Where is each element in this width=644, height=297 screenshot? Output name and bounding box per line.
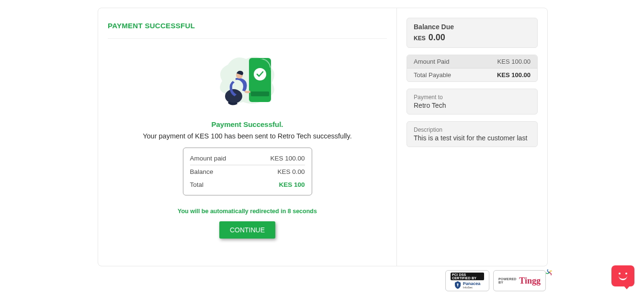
summary-total-value: KES 100	[279, 181, 305, 188]
success-illustration	[212, 47, 283, 112]
balance-due-box: Balance Due KES 0.00	[407, 18, 538, 48]
summary-row-total: Total KES 100	[190, 178, 305, 191]
amount-paid-value: KES 100.00	[497, 58, 531, 65]
summary-row-amount-paid: Amount paid KES 100.00	[190, 152, 305, 165]
pci-sub: InfoSec	[463, 286, 481, 289]
success-subheading: Payment Successful.	[211, 120, 283, 128]
shield-icon	[454, 281, 461, 289]
amount-paid-label: Amount Paid	[414, 58, 449, 65]
payment-to-box: Payment to Retro Tech	[407, 89, 538, 114]
pci-badge: PCI DSS CERTIFIED BY Panacea InfoSec	[445, 270, 489, 291]
summary-amount-paid-value: KES 100.00	[270, 155, 305, 162]
page-title: PAYMENT SUCCESSFUL	[108, 22, 387, 39]
continue-button[interactable]: CONTINUE	[219, 221, 275, 239]
tingg-badge: POWERED BY Tingg	[493, 270, 546, 291]
payment-to-value: Retro Tech	[414, 102, 531, 109]
balance-due-amount: KES 0.00	[414, 33, 531, 43]
description-value: This is a test visit for the customer la…	[414, 134, 531, 142]
amount-paid-row: Amount Paid KES 100.00	[407, 55, 537, 69]
payment-card: PAYMENT SUCCESSFUL Payment Successful. Y	[98, 8, 548, 266]
svg-point-3	[225, 89, 242, 103]
summary-balance-label: Balance	[190, 168, 214, 175]
footer-badges: PCI DSS CERTIFIED BY Panacea InfoSec POW…	[445, 270, 546, 291]
payment-to-label: Payment to	[414, 94, 531, 101]
balance-due-currency: KES	[414, 35, 426, 42]
right-panel: Balance Due KES 0.00 Amount Paid KES 100…	[397, 8, 547, 266]
total-payable-label: Total Payable	[414, 71, 451, 79]
summary-amount-paid-label: Amount paid	[190, 155, 226, 162]
description-label: Description	[414, 126, 531, 133]
svg-rect-1	[251, 91, 269, 96]
left-panel: PAYMENT SUCCESSFUL Payment Successful. Y	[98, 8, 397, 266]
balance-due-label: Balance Due	[414, 23, 531, 31]
summary-row-balance: Balance KES 0.00	[190, 165, 305, 178]
chat-face-icon	[618, 272, 628, 280]
success-description: Your payment of KES 100 has been sent to…	[143, 132, 352, 140]
pci-brand: Panacea InfoSec	[454, 281, 481, 289]
description-box: Description This is a test visit for the…	[407, 121, 538, 147]
summary-box: Amount paid KES 100.00 Balance KES 0.00 …	[183, 148, 312, 195]
tingg-logo: Tingg	[519, 276, 541, 286]
redirect-notice: You will be automatically redirected in …	[178, 208, 317, 215]
pci-certified-label: PCI DSS CERTIFIED BY	[451, 273, 484, 280]
spark-icon	[546, 269, 553, 276]
powered-by-label: POWERED BY	[498, 277, 517, 284]
pci-name: Panacea	[463, 281, 481, 286]
balance-due-value: 0.00	[429, 33, 445, 43]
total-payable-value: KES 100.00	[497, 71, 531, 79]
svg-rect-6	[457, 285, 458, 286]
chat-widget-button[interactable]	[611, 265, 634, 286]
summary-balance-value: KES 0.00	[277, 168, 305, 175]
amounts-box: Amount Paid KES 100.00 Total Payable KES…	[407, 55, 538, 82]
summary-total-label: Total	[190, 181, 204, 188]
total-payable-row: Total Payable KES 100.00	[407, 69, 537, 81]
